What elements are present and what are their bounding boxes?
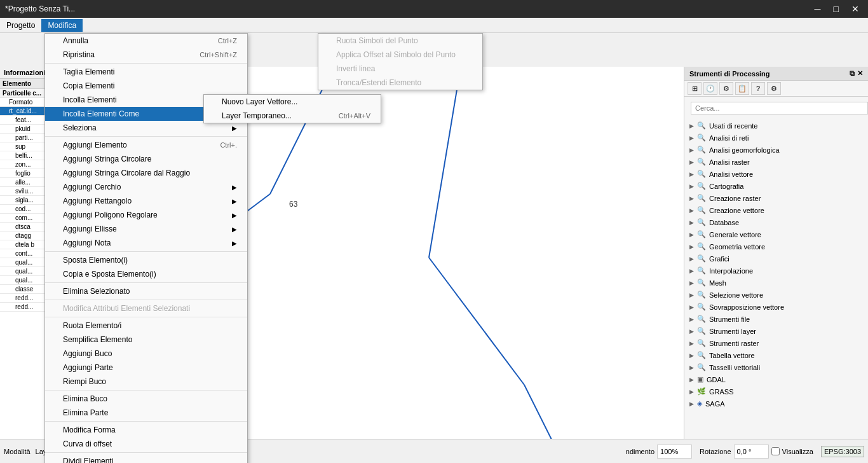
proc-item-generale-vettore[interactable]: ▶🔍Generale vettore	[684, 228, 868, 240]
ctx-inverti-linea[interactable]: Inverti linea	[318, 62, 482, 76]
ctx-elimina_parte[interactable]: Elimina Parte	[45, 406, 247, 420]
proc-item-tabella-vettore[interactable]: ▶🔍Tabella vettore	[684, 349, 868, 361]
menu-separator	[45, 390, 247, 390]
ctx-elimina_sel[interactable]: Elimina Selezionato	[45, 284, 247, 298]
proc-item-interpolazione[interactable]: ▶🔍Interpolazione	[684, 265, 868, 277]
proc-toolbar-btn2[interactable]: 🕐	[703, 82, 717, 95]
titlebar: *Progetto Senza Ti... ─ □ ✕	[0, 0, 868, 18]
ctx-semplifica[interactable]: Semplifica Elemento	[45, 333, 247, 347]
ctx-ruota_el[interactable]: Ruota Elemento/i	[45, 319, 247, 333]
ctx-copia_sposta[interactable]: Copia e Sposta Elemento(i)	[45, 267, 247, 281]
ctx-aggiungi_sc[interactable]: Aggiungi Stringa Circolare	[45, 152, 247, 166]
proc-item-creazione-vettore[interactable]: ▶🔍Creazione vettore	[684, 204, 868, 216]
svg-line-3	[429, 67, 461, 258]
ctx-aggiungi_parte[interactable]: Aggiungi Parte	[45, 361, 247, 375]
status-visualizza-label: Visualizza	[782, 448, 813, 455]
ctx-ripristina[interactable]: RipristinaCtrl+Shift+Z	[45, 48, 247, 62]
dock-icon[interactable]: ⧉	[850, 69, 855, 78]
ctx-aggiungi_poligono[interactable]: Aggiungi Poligono Regolare▶	[45, 208, 247, 222]
proc-toolbar-search-btn[interactable]: ⚙	[767, 82, 781, 95]
proc-item-strumenti-file[interactable]: ▶🔍Strumenti file	[684, 313, 868, 325]
proc-item-grafici[interactable]: ▶🔍Grafici	[684, 252, 868, 265]
ctx-dividi_el[interactable]: Dividi Elementi	[45, 454, 247, 463]
proc-item-analisi-raster[interactable]: ▶🔍Analisi raster	[684, 156, 868, 168]
proc-item-creazione-raster[interactable]: ▶🔍Creazione raster	[684, 192, 868, 204]
right-panel: Strumenti di Processing ⧉ ✕ ⊞ 🕐 ⚙ 📋 ? ⚙ …	[684, 67, 868, 463]
proc-toolbar-btn1[interactable]: ⊞	[688, 82, 702, 95]
ctx-riempi_buco[interactable]: Riempi Buco	[45, 375, 247, 389]
ctx-aggiungi_cerchio[interactable]: Aggiungi Cerchio▶	[45, 180, 247, 194]
menu-separator	[45, 136, 247, 137]
ctx-sposta[interactable]: Sposta Elemento(i)	[45, 253, 247, 267]
proc-item-usati-di-recente[interactable]: ▶🔍Usati di recente	[684, 120, 868, 132]
app-title: *Progetto Senza Ti...	[5, 4, 75, 13]
processing-tools-header: Strumenti di Processing ⧉ ✕	[684, 67, 868, 81]
menu-separator	[45, 63, 247, 64]
status-rotation-value[interactable]	[734, 445, 769, 459]
ctx-nuovo-layer[interactable]: Nuovo Layer Vettore...	[204, 95, 381, 109]
ctx-copia[interactable]: Copia Elementi	[45, 79, 247, 93]
menu-separator	[45, 452, 247, 453]
proc-item-cartografia[interactable]: ▶🔍Cartografia	[684, 180, 868, 192]
ctx-curva_offset[interactable]: Curva di offset	[45, 437, 247, 451]
ctx-aggiungi_rettangolo[interactable]: Aggiungi Rettangolo▶	[45, 194, 247, 208]
processing-search-input[interactable]	[691, 102, 868, 114]
ctx-modifica_forma[interactable]: Modifica Forma	[45, 423, 247, 437]
ctx-tronca[interactable]: Tronca/Estendi Elemento	[318, 76, 482, 90]
ctx-modifica_attr: Modifica Attributi Elementi Selezionati	[45, 301, 247, 315]
menu-modifica[interactable]: Modifica	[41, 19, 83, 32]
menu-separator	[45, 251, 247, 252]
ctx-annulla[interactable]: AnnullaCtrl+Z	[45, 34, 247, 48]
proc-item-analisi-geomorfologica[interactable]: ▶🔍Analisi geomorfologica	[684, 144, 868, 156]
proc-item-strumenti-layer[interactable]: ▶🔍Strumenti layer	[684, 325, 868, 337]
minimize-button[interactable]: ─	[811, 3, 825, 15]
close-panel-icon[interactable]: ✕	[857, 69, 863, 78]
status-crs-label: EPSG:3003	[821, 446, 864, 457]
ctx-aggiungi_ellisse[interactable]: Aggiungi Ellisse▶	[45, 222, 247, 236]
ctx-ruota-simboli[interactable]: Ruota Simboli del Punto	[318, 34, 482, 48]
proc-toolbar-btn4[interactable]: 📋	[735, 82, 749, 95]
proc-item-selezione-vettore[interactable]: ▶🔍Selezione vettore	[684, 289, 868, 301]
processing-tree: ▶🔍Usati di recente▶🔍Analisi di reti▶🔍Ana…	[684, 120, 868, 439]
close-button[interactable]: ✕	[848, 3, 863, 15]
status-visualizza-check[interactable]	[771, 447, 780, 455]
greyed-submenu: Ruota Simboli del Punto Applica Offset a…	[318, 33, 483, 90]
ctx-taglia[interactable]: Taglia Elementi	[45, 65, 247, 79]
proc-item-sovrapposizione-vettore[interactable]: ▶🔍Sovrapposizione vettore	[684, 301, 868, 313]
proc-item-grass[interactable]: ▶🌿GRASS	[684, 385, 868, 397]
proc-item-tasselli-vettoriali[interactable]: ▶🔍Tasselli vettoriali	[684, 361, 868, 373]
menubar: Progetto Modifica	[0, 18, 868, 33]
proc-item-database[interactable]: ▶🔍Database	[684, 216, 868, 228]
proc-item-geometria-vettore[interactable]: ▶🔍Geometria vettore	[684, 240, 868, 252]
menu-separator	[45, 282, 247, 283]
incolla-submenu: Nuovo Layer Vettore... Layer Temporaneo.…	[203, 94, 381, 123]
ctx-layer-temporaneo[interactable]: Layer Temporaneo... Ctrl+Alt+V	[204, 109, 381, 123]
ctx-aggiungi_buco[interactable]: Aggiungi Buco	[45, 347, 247, 361]
proc-item-mesh[interactable]: ▶🔍Mesh	[684, 277, 868, 289]
ctx-aggiungi_nota[interactable]: Aggiungi Nota▶	[45, 236, 247, 250]
svg-line-5	[524, 385, 556, 439]
menu-progetto[interactable]: Progetto	[0, 19, 41, 32]
ctx-aggiungi_scr[interactable]: Aggiungi Stringa Circolare dal Raggio	[45, 166, 247, 180]
proc-item-gdal[interactable]: ▶▣GDAL	[684, 373, 868, 385]
status-mode-label: Modalità	[4, 448, 31, 455]
proc-item-strumenti-raster[interactable]: ▶🔍Strumenti raster	[684, 337, 868, 349]
ctx-aggiungi_el[interactable]: Aggiungi ElementoCtrl+.	[45, 138, 247, 152]
proc-item-analisi-vettore[interactable]: ▶🔍Analisi vettore	[684, 168, 868, 180]
proc-toolbar-btn5[interactable]: ?	[751, 82, 765, 95]
maximize-button[interactable]: □	[830, 3, 843, 15]
ctx-elimina_buco[interactable]: Elimina Buco	[45, 392, 247, 406]
proc-item-analisi-di-reti[interactable]: ▶🔍Analisi di reti	[684, 132, 868, 144]
proc-toolbar-btn3[interactable]: ⚙	[719, 82, 733, 95]
window-controls: ─ □ ✕	[811, 3, 863, 15]
proc-item-saga[interactable]: ▶◈SAGA	[684, 397, 868, 410]
status-rotation-label: Rotazione	[700, 448, 731, 455]
menu-separator	[45, 421, 247, 422]
menu-separator	[45, 317, 247, 317]
svg-line-4	[429, 258, 524, 385]
ctx-applica-offset[interactable]: Applica Offset al Simbolo del Punto	[318, 48, 482, 62]
processing-toolbar: ⊞ 🕐 ⚙ 📋 ? ⚙	[684, 81, 868, 97]
menu-separator	[45, 300, 247, 300]
status-scale-value[interactable]	[657, 445, 692, 459]
status-scale-label: ndimento	[626, 448, 654, 455]
